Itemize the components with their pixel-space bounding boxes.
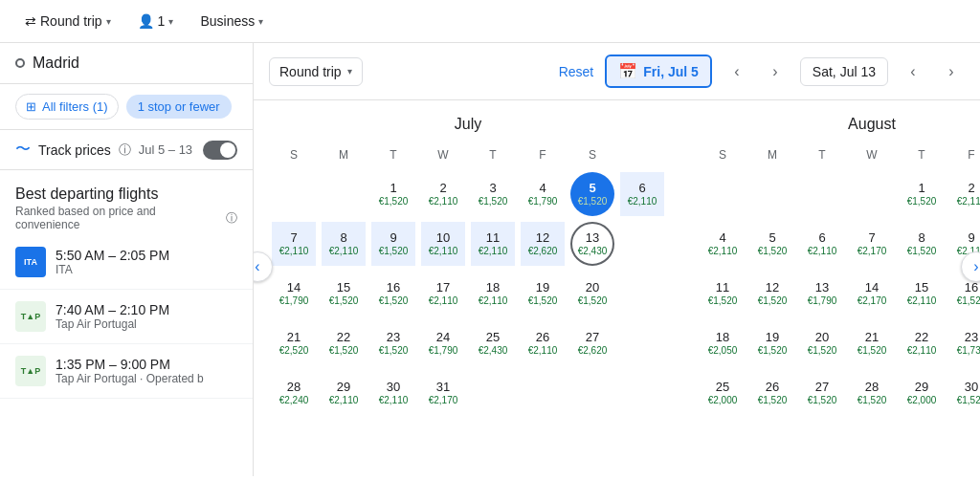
day-number: 19 <box>766 330 779 345</box>
trip-type-label: Round trip <box>40 13 102 29</box>
calendar-day[interactable]: 26€1,520 <box>750 371 794 415</box>
calendar-day[interactable]: 1€1,520 <box>900 172 944 216</box>
calendar-day[interactable]: 27€2,620 <box>570 321 614 365</box>
day-price: €2,620 <box>578 345 608 357</box>
date-to-box[interactable]: Sat, Jul 13 <box>800 57 888 86</box>
stop-filter-button[interactable]: 1 stop or fewer <box>126 95 232 119</box>
calendar-day[interactable]: 16€1,520 <box>371 272 415 316</box>
flight-item[interactable]: ITA 5:50 AM – 2:05 PM ITA <box>0 235 253 290</box>
calendar-day[interactable]: 4€2,110 <box>701 222 745 266</box>
calendar-day[interactable]: 3€1,520 <box>471 172 515 216</box>
calendar-day[interactable]: 28€1,520 <box>850 371 894 415</box>
calendar-day[interactable]: 29€2,000 <box>900 371 944 415</box>
calendar-day[interactable]: 23€1,520 <box>371 321 415 365</box>
day-number: 1 <box>390 181 396 196</box>
date-from-box[interactable]: 📅 Fri, Jul 5 <box>605 55 712 88</box>
day-number: 29 <box>915 380 928 395</box>
day-price: €2,110 <box>429 246 458 257</box>
day-price: €1,520 <box>758 295 788 307</box>
calendar-day[interactable]: 2€2,110 <box>949 172 980 216</box>
calendar-day[interactable]: 21€1,520 <box>850 321 894 365</box>
day-number: 19 <box>536 280 549 295</box>
calendar-day[interactable]: 2€2,110 <box>421 172 465 216</box>
calendar-day[interactable]: 1€1,520 <box>371 172 415 216</box>
flight-item[interactable]: T▲P 1:35 PM – 9:00 PM Tap Air Portugal ·… <box>0 344 253 399</box>
best-flights-title: Best departing flights <box>15 185 237 203</box>
calendar-day[interactable]: 12€2,620 <box>521 222 565 266</box>
calendar-day[interactable]: 6€2,110 <box>620 172 664 216</box>
all-filters-button[interactable]: ⊞ All filters (1) <box>15 94 119 120</box>
calendar-day[interactable]: 11€1,520 <box>701 272 745 316</box>
trip-type-button[interactable]: ⇄ Round trip ▾ <box>15 8 121 34</box>
day-price: €1,520 <box>578 295 608 307</box>
date-to-next-button[interactable]: › <box>938 58 965 85</box>
date-to-prev-button[interactable]: ‹ <box>900 58 926 85</box>
date-from-prev-button[interactable]: ‹ <box>724 58 750 85</box>
day-number: 4 <box>539 181 546 196</box>
calendar-day[interactable]: 22€2,110 <box>900 321 944 365</box>
date-from-next-button[interactable]: › <box>762 58 789 85</box>
track-prices-toggle[interactable] <box>203 141 237 160</box>
day-price: €1,520 <box>957 395 980 406</box>
origin-text: Madrid <box>33 55 79 72</box>
calendar-day[interactable]: 13€1,790 <box>800 272 844 316</box>
date-to-text: Sat, Jul 13 <box>813 64 876 79</box>
calendar-day[interactable]: 8€2,110 <box>322 222 366 266</box>
calendar-day[interactable]: 19€1,520 <box>750 321 794 365</box>
day-price: €1,520 <box>528 295 558 307</box>
day-number: 21 <box>865 330 879 345</box>
calendar-day[interactable]: 15€2,110 <box>900 272 944 316</box>
calendar-day[interactable]: 14€1,790 <box>272 272 316 316</box>
day-price: €2,240 <box>279 395 309 406</box>
cal-trip-type-selector[interactable]: Round trip ▾ <box>269 57 363 86</box>
calendar-day[interactable]: 22€1,520 <box>322 321 366 365</box>
day-price: €1,790 <box>279 295 309 307</box>
calendar-day[interactable]: 25€2,000 <box>701 371 745 415</box>
calendar-day[interactable]: 9€1,520 <box>371 222 415 266</box>
calendar-day[interactable]: 21€2,520 <box>272 321 316 365</box>
day-price: €2,110 <box>957 196 980 207</box>
calendar-day[interactable]: 30€1,520 <box>949 371 980 415</box>
calendar-day[interactable]: 25€2,430 <box>471 321 515 365</box>
calendar-day-header: W <box>418 144 468 169</box>
calendar-day[interactable]: 30€2,110 <box>371 371 415 415</box>
calendar-day-header: M <box>747 144 797 169</box>
flight-item[interactable]: T▲P 7:40 AM – 2:10 PM Tap Air Portugal <box>0 290 253 344</box>
calendar-day[interactable]: 23€1,730 <box>949 321 980 365</box>
calendar-day[interactable]: 27€1,520 <box>800 371 844 415</box>
day-number: 10 <box>436 230 450 246</box>
calendar-day[interactable]: 31€2,170 <box>421 371 465 415</box>
calendar-day[interactable]: 5€1,520 <box>570 172 614 216</box>
calendar-day[interactable]: 12€1,520 <box>750 272 794 316</box>
reset-button[interactable]: Reset <box>559 64 594 79</box>
calendar-day[interactable]: 18€2,050 <box>701 321 745 365</box>
calendar-day[interactable]: 15€1,520 <box>322 272 366 316</box>
calendar-day[interactable]: 20€1,520 <box>570 272 614 316</box>
passengers-button[interactable]: 👤 1 ▾ <box>128 8 184 34</box>
calendar-day[interactable]: 7€2,170 <box>850 222 894 266</box>
calendar-day[interactable]: 14€2,170 <box>850 272 894 316</box>
calendar-day[interactable]: 13€2,430 <box>570 222 614 266</box>
calendar-day[interactable]: 4€1,790 <box>521 172 565 216</box>
calendar-icon: 📅 <box>618 62 637 80</box>
calendar-day[interactable]: 20€1,520 <box>800 321 844 365</box>
calendar-day[interactable]: 5€1,520 <box>750 222 794 266</box>
calendar-day[interactable]: 7€2,110 <box>272 222 316 266</box>
calendar-day[interactable]: 26€2,110 <box>521 321 565 365</box>
class-button[interactable]: Business ▾ <box>190 8 273 34</box>
calendar-day[interactable]: 29€2,110 <box>322 371 366 415</box>
day-number: 14 <box>287 280 301 295</box>
day-number: 2 <box>439 181 446 196</box>
calendar-day[interactable]: 18€2,110 <box>471 272 515 316</box>
calendar-day[interactable]: 8€1,520 <box>900 222 944 266</box>
calendar-day[interactable]: 19€1,520 <box>521 272 565 316</box>
calendar-day[interactable]: 28€2,240 <box>272 371 316 415</box>
calendar-day[interactable]: 24€1,790 <box>421 321 465 365</box>
day-price: €1,520 <box>858 345 887 357</box>
calendar-day[interactable]: 10€2,110 <box>421 222 465 266</box>
day-number: 23 <box>387 330 400 345</box>
day-number: 15 <box>915 280 928 295</box>
calendar-day[interactable]: 11€2,110 <box>471 222 515 266</box>
calendar-day[interactable]: 6€2,110 <box>800 222 844 266</box>
calendar-day[interactable]: 17€2,110 <box>421 272 465 316</box>
